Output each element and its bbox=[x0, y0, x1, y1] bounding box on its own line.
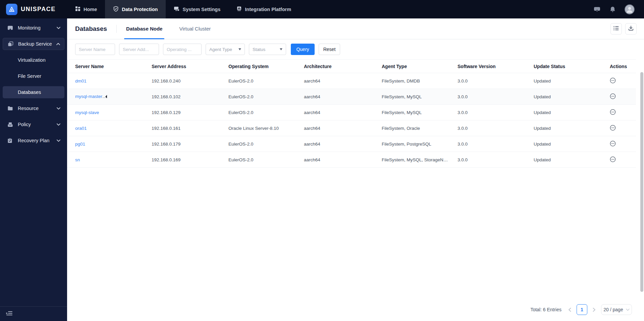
chevron-up-icon bbox=[56, 43, 60, 45]
monitoring-icon bbox=[7, 25, 13, 31]
collapse-sidebar-icon[interactable] bbox=[6, 311, 13, 317]
message-icon[interactable] bbox=[593, 6, 601, 13]
chevron-down-icon bbox=[57, 123, 60, 126]
tab-database-node[interactable]: Database Node bbox=[125, 18, 163, 39]
sidebar-label: File Server bbox=[18, 73, 60, 79]
brand: UNISPACE bbox=[0, 0, 67, 18]
policy-icon bbox=[7, 122, 13, 127]
header-actions bbox=[610, 23, 637, 35]
previous-page-icon[interactable] bbox=[568, 308, 572, 312]
reset-button[interactable]: Reset bbox=[319, 44, 340, 55]
agent-type-select[interactable]: Agent Type bbox=[206, 44, 245, 55]
more-actions-icon[interactable] bbox=[610, 93, 616, 99]
topnav-item-system-settings[interactable]: System Settings bbox=[166, 0, 228, 18]
bell-icon[interactable] bbox=[609, 6, 616, 13]
table-cell: Updated bbox=[526, 89, 602, 105]
table-cell: EulerOS-2.0 bbox=[220, 105, 296, 120]
chevron-down-icon bbox=[626, 309, 630, 311]
table-container: Server Name Server Address Operating Sys… bbox=[67, 59, 644, 168]
more-actions-icon[interactable] bbox=[610, 109, 616, 115]
tab-bar: Database Node Virtual Cluster bbox=[125, 18, 227, 39]
divider bbox=[116, 25, 117, 33]
folder-icon bbox=[7, 106, 13, 111]
brand-name: UNISPACE bbox=[21, 6, 56, 13]
table-cell: 3.0.0 bbox=[449, 152, 526, 168]
sidebar-item-monitoring[interactable]: Monitoring bbox=[3, 22, 64, 34]
column-header: Software Version bbox=[449, 60, 526, 73]
page-size-select[interactable]: 20 / page bbox=[601, 304, 632, 315]
sidebar-footer bbox=[0, 306, 67, 321]
topnav-item-data-protection[interactable]: Data Protection bbox=[105, 0, 166, 18]
table-cell: 192.168.0.179 bbox=[144, 136, 220, 152]
table-row: ora01192.168.0.161Oracle Linux Server-8.… bbox=[67, 120, 636, 136]
sidebar-label: Virtualization bbox=[18, 57, 60, 63]
status-select[interactable]: Status bbox=[249, 44, 286, 55]
table-cell: 3.0.0 bbox=[449, 105, 526, 120]
page-title: Databases bbox=[75, 25, 107, 33]
sidebar-item-databases[interactable]: Databases bbox=[3, 86, 64, 98]
vertical-scrollbar[interactable] bbox=[640, 72, 643, 292]
table-cell: 3.0.0 bbox=[449, 136, 526, 152]
table-cell: EulerOS-2.0 bbox=[220, 73, 296, 89]
actions-cell bbox=[602, 136, 636, 152]
server-name-input[interactable] bbox=[75, 44, 115, 55]
server-name-link[interactable]: dm01 bbox=[75, 78, 87, 84]
column-header: Architecture bbox=[296, 60, 374, 73]
sidebar-label: Policy bbox=[18, 122, 57, 127]
table-row: mysql-mastermysql-master192.168.0.102Eul… bbox=[67, 89, 636, 105]
topnav-label: Home bbox=[84, 7, 97, 12]
sidebar-label: Monitoring bbox=[18, 25, 57, 31]
page-size-label: 20 / page bbox=[603, 307, 623, 312]
sidebar: Monitoring Backup Service Virtualization… bbox=[0, 18, 67, 321]
table-cell: Updated bbox=[526, 136, 602, 152]
monitor-icon bbox=[174, 6, 179, 12]
table-cell: Updated bbox=[526, 152, 602, 168]
content-header: Databases Database Node Virtual Cluster bbox=[67, 18, 644, 39]
server-name-cell: mysql-slave bbox=[67, 105, 144, 120]
table-cell: FileSystem, MySQL, StorageN… bbox=[374, 152, 449, 168]
table-cell: EulerOS-2.0 bbox=[220, 136, 296, 152]
more-actions-icon[interactable] bbox=[610, 141, 616, 147]
server-name-link[interactable]: ora01 bbox=[75, 126, 87, 131]
column-header: Actions bbox=[602, 60, 636, 73]
column-settings-button[interactable] bbox=[610, 23, 622, 35]
server-name-cell: sn bbox=[67, 152, 144, 168]
table-cell: aarch64 bbox=[296, 136, 374, 152]
table-body: dm01192.168.0.240EulerOS-2.0aarch64FileS… bbox=[67, 73, 636, 168]
sidebar-item-virtualization[interactable]: Virtualization bbox=[3, 54, 64, 66]
topnav-item-home[interactable]: Home bbox=[67, 0, 105, 18]
sidebar-item-recovery-plan[interactable]: Recovery Plan bbox=[3, 135, 64, 147]
table-cell: FileSystem, MySQL bbox=[374, 105, 449, 120]
chevron-down-icon bbox=[57, 140, 60, 142]
server-name-link[interactable]: mysql-master bbox=[75, 94, 107, 99]
tab-virtual-cluster[interactable]: Virtual Cluster bbox=[178, 18, 211, 39]
column-header: Server Name bbox=[67, 60, 144, 73]
user-avatar[interactable] bbox=[625, 4, 635, 14]
databases-table: Server Name Server Address Operating Sys… bbox=[67, 59, 636, 168]
query-button[interactable]: Query bbox=[291, 44, 315, 55]
sidebar-item-policy[interactable]: Policy bbox=[3, 118, 64, 130]
more-actions-icon[interactable] bbox=[610, 156, 616, 162]
server-address-input[interactable] bbox=[119, 44, 159, 55]
table-cell: aarch64 bbox=[296, 73, 374, 89]
operating-system-input[interactable] bbox=[163, 44, 202, 55]
server-name-link[interactable]: mysql-slave bbox=[75, 110, 99, 115]
download-button[interactable] bbox=[625, 23, 637, 35]
sidebar-label: Backup Service bbox=[18, 41, 56, 47]
sidebar-item-file-server[interactable]: File Server bbox=[3, 70, 64, 82]
tab-label: Database Node bbox=[126, 26, 162, 32]
topnav-item-integration-platform[interactable]: Integration Platform bbox=[228, 0, 299, 18]
table-cell: 3.0.0 bbox=[449, 89, 526, 105]
tab-label: Virtual Cluster bbox=[179, 26, 211, 32]
next-page-icon[interactable] bbox=[592, 308, 596, 312]
more-actions-icon[interactable] bbox=[610, 125, 616, 131]
sidebar-item-backup-service[interactable]: Backup Service bbox=[3, 38, 64, 50]
page-number-button[interactable]: 1 bbox=[577, 304, 587, 315]
sidebar-item-resource[interactable]: Resource bbox=[3, 102, 64, 114]
table-cell: Oracle Linux Server-8.10 bbox=[220, 120, 296, 136]
table-cell: FileSystem, MySQL bbox=[374, 89, 449, 105]
shield-icon bbox=[113, 6, 119, 13]
more-actions-icon[interactable] bbox=[610, 77, 616, 84]
server-name-link[interactable]: sn bbox=[75, 157, 80, 162]
server-name-link[interactable]: pg01 bbox=[75, 142, 85, 147]
